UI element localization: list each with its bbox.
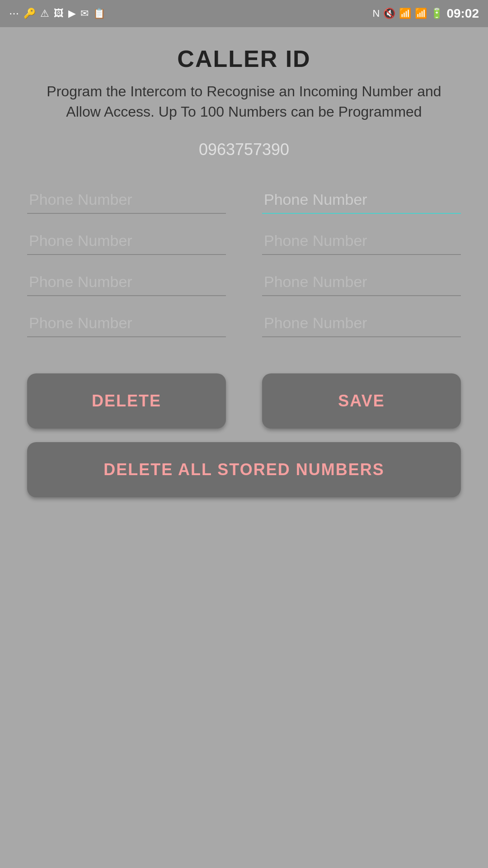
page-description: Program the Intercom to Recognise an Inc… bbox=[41, 81, 447, 122]
mail-icon: ✉ bbox=[80, 8, 89, 19]
current-number: 0963757390 bbox=[199, 140, 289, 159]
overflow-icon: ⋯ bbox=[9, 8, 19, 19]
image-icon: 🖼 bbox=[54, 8, 64, 19]
phone-input-wrapper-7 bbox=[27, 310, 226, 337]
signal-icon: 📶 bbox=[415, 8, 427, 19]
wifi-icon: 📶 bbox=[399, 8, 411, 19]
page-title: CALLER ID bbox=[177, 45, 310, 72]
phone-input-5[interactable] bbox=[27, 269, 226, 296]
warning-icon: ⚠ bbox=[40, 8, 49, 19]
network-icon: N bbox=[372, 8, 380, 19]
save-button[interactable]: SAVE bbox=[262, 373, 461, 429]
phone-input-wrapper-3 bbox=[27, 227, 226, 255]
phone-input-3[interactable] bbox=[27, 227, 226, 255]
buttons-container: DELETE SAVE DELETE ALL STORED NUMBERS bbox=[27, 373, 461, 497]
mute-icon: 🔇 bbox=[383, 8, 395, 19]
delete-all-button[interactable]: DELETE ALL STORED NUMBERS bbox=[27, 442, 461, 497]
phone-input-wrapper-2 bbox=[262, 186, 461, 214]
status-bar: ⋯ 🔑 ⚠ 🖼 ▶ ✉ 📋 N 🔇 📶 📶 🔋 09:02 bbox=[0, 0, 488, 27]
phone-input-8[interactable] bbox=[262, 310, 461, 337]
delete-button[interactable]: DELETE bbox=[27, 373, 226, 429]
battery-icon: 🔋 bbox=[431, 8, 443, 19]
phone-number-grid bbox=[27, 186, 461, 337]
status-bar-left: ⋯ 🔑 ⚠ 🖼 ▶ ✉ 📋 bbox=[9, 8, 105, 19]
status-bar-right: N 🔇 📶 📶 🔋 09:02 bbox=[372, 6, 479, 21]
phone-input-4[interactable] bbox=[262, 227, 461, 255]
phone-input-wrapper-1 bbox=[27, 186, 226, 214]
phone-input-7[interactable] bbox=[27, 310, 226, 337]
phone-input-1[interactable] bbox=[27, 186, 226, 214]
status-time: 09:02 bbox=[446, 6, 479, 21]
phone-input-wrapper-6 bbox=[262, 269, 461, 296]
key-icon: 🔑 bbox=[23, 8, 36, 19]
phone-input-wrapper-4 bbox=[262, 227, 461, 255]
main-content: CALLER ID Program the Intercom to Recogn… bbox=[0, 27, 488, 868]
phone-input-wrapper-8 bbox=[262, 310, 461, 337]
clipboard-icon: 📋 bbox=[93, 8, 105, 19]
phone-input-2[interactable] bbox=[262, 186, 461, 214]
button-row: DELETE SAVE bbox=[27, 373, 461, 429]
play-icon: ▶ bbox=[68, 8, 76, 19]
phone-input-6[interactable] bbox=[262, 269, 461, 296]
phone-input-wrapper-5 bbox=[27, 269, 226, 296]
